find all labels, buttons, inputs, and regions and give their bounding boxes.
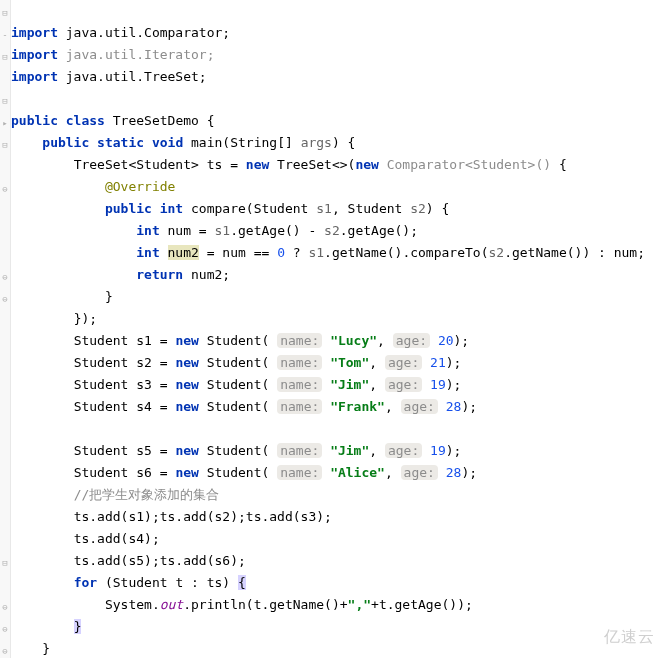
param-hint: name: bbox=[277, 399, 322, 414]
code-line: Student s6 = new Student( name: "Alice",… bbox=[11, 465, 477, 480]
txt: Student( bbox=[199, 377, 277, 392]
num: 19 bbox=[430, 443, 446, 458]
keyword-import: import bbox=[11, 69, 58, 84]
import-path-unused: java.util.Iterator; bbox=[66, 47, 215, 62]
gutter-mark: ⊖ bbox=[1, 618, 9, 640]
param: s1 bbox=[316, 201, 332, 216]
txt: ); bbox=[461, 399, 477, 414]
param-hint: name: bbox=[277, 333, 322, 348]
txt: Student s bbox=[74, 399, 144, 414]
txt: ts.add(s1);ts.add(s2);ts.add(s3); bbox=[74, 509, 332, 524]
brace: ) { bbox=[332, 135, 355, 150]
import-path: java.util.TreeSet; bbox=[66, 69, 207, 84]
gutter-mark: ⊖ bbox=[1, 266, 9, 288]
txt: (Student t : ts) bbox=[97, 575, 238, 590]
code-line: } bbox=[11, 619, 81, 634]
param-hint: name: bbox=[277, 355, 322, 370]
gutter-mark: ⊖ bbox=[1, 288, 9, 310]
txt: .println(t.getName()+ bbox=[183, 597, 347, 612]
code-line: Student s2 = new Student( name: "Tom", a… bbox=[11, 355, 461, 370]
num: 28 bbox=[446, 399, 462, 414]
txt: = bbox=[152, 399, 175, 414]
param-hint: name: bbox=[277, 465, 322, 480]
txt: .getName()) : num; bbox=[504, 245, 645, 260]
txt: Student s bbox=[74, 443, 144, 458]
param-hint: age: bbox=[401, 465, 438, 480]
code-line: Student s1 = new Student( name: "Lucy", … bbox=[11, 333, 469, 348]
blank-line bbox=[11, 91, 19, 106]
txt: = bbox=[152, 443, 175, 458]
txt: 1 bbox=[144, 333, 152, 348]
class-name: TreeSetDemo bbox=[113, 113, 199, 128]
txt: ); bbox=[446, 443, 462, 458]
brace: { bbox=[551, 157, 567, 172]
code-area[interactable]: import java.util.Comparator; import java… bbox=[0, 0, 661, 658]
kw-new: new bbox=[175, 333, 198, 348]
keyword-public: public bbox=[11, 113, 58, 128]
txt: 3 bbox=[144, 377, 152, 392]
txt: ); bbox=[446, 355, 462, 370]
gutter-mark: - bbox=[1, 24, 9, 46]
kw: public bbox=[105, 201, 152, 216]
txt: ? bbox=[285, 245, 308, 260]
gutter-mark: ⊟ bbox=[1, 46, 9, 68]
gutter-mark: ⊖ bbox=[1, 178, 9, 200]
string: "Tom" bbox=[330, 355, 369, 370]
kw-new: new bbox=[175, 465, 198, 480]
code-line: int num2 = num == 0 ? s1.getName().compa… bbox=[11, 245, 645, 260]
num: 0 bbox=[277, 245, 285, 260]
param: args bbox=[301, 135, 332, 150]
txt: 5 bbox=[144, 443, 152, 458]
kw-new: new bbox=[246, 157, 269, 172]
txt: ); bbox=[454, 333, 470, 348]
txt: , bbox=[385, 399, 401, 414]
brace: ) { bbox=[426, 201, 449, 216]
gutter-mark: ⊟ bbox=[1, 134, 9, 156]
txt: .getName().compareTo( bbox=[324, 245, 488, 260]
param: s1 bbox=[215, 223, 231, 238]
param: s1 bbox=[308, 245, 324, 260]
txt: = bbox=[152, 333, 175, 348]
kw: int bbox=[136, 245, 159, 260]
kw: int bbox=[160, 201, 183, 216]
txt: num = bbox=[160, 223, 215, 238]
param-hint: name: bbox=[277, 443, 322, 458]
kw-new: new bbox=[175, 399, 198, 414]
code-line: public int compare(Student s1, Student s… bbox=[11, 201, 449, 216]
txt: Student( bbox=[199, 399, 277, 414]
txt: ); bbox=[446, 377, 462, 392]
code-line: Student s4 = new Student( name: "Frank",… bbox=[11, 399, 477, 414]
code-line: } bbox=[11, 641, 50, 656]
txt: Student s bbox=[74, 377, 144, 392]
num: 21 bbox=[430, 355, 446, 370]
string: "," bbox=[348, 597, 371, 612]
code-line: for (Student t : ts) { bbox=[11, 575, 246, 590]
txt: = bbox=[152, 355, 175, 370]
txt: 2 bbox=[144, 355, 152, 370]
param-hint: age: bbox=[385, 443, 422, 458]
txt: .getAge() - bbox=[230, 223, 324, 238]
kw: void bbox=[152, 135, 183, 150]
gutter-mark: ⊖ bbox=[1, 640, 9, 658]
code-line: ts.add(s5);ts.add(s6); bbox=[11, 553, 246, 568]
comment: //把学生对象添加的集合 bbox=[74, 487, 220, 502]
txt: Student s bbox=[74, 465, 144, 480]
code-line: import java.util.TreeSet; bbox=[11, 69, 207, 84]
blank-line bbox=[11, 421, 19, 436]
gutter-mark: ⊖ bbox=[1, 596, 9, 618]
string: "Frank" bbox=[330, 399, 385, 414]
param: s2 bbox=[410, 201, 426, 216]
gutter-mark: ⊟ bbox=[1, 2, 9, 24]
string: "Jim" bbox=[330, 443, 369, 458]
txt: 4 bbox=[144, 399, 152, 414]
txt: ts.add(s4); bbox=[74, 531, 160, 546]
code-line: import java.util.Comparator; bbox=[11, 25, 230, 40]
txt bbox=[379, 157, 387, 172]
string: "Alice" bbox=[330, 465, 385, 480]
brace: }); bbox=[74, 311, 97, 326]
kw-for: for bbox=[74, 575, 97, 590]
annotation-override: @Override bbox=[105, 179, 175, 194]
editor-gutter: ⊟ - ⊟ ⊟ ▸ ⊟ ⊖ ⊖ ⊖ ⊟ ⊖ ⊖ ⊖ bbox=[0, 0, 11, 658]
txt: TreeSet<Student> ts = bbox=[74, 157, 246, 172]
code-line: public static void main(String[] args) { bbox=[11, 135, 355, 150]
